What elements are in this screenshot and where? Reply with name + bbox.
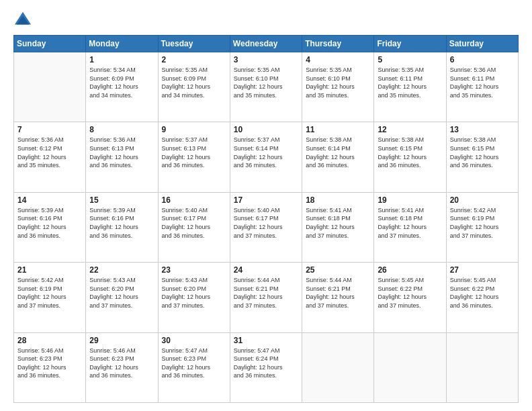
day-info: Sunrise: 5:35 AM Sunset: 6:10 PM Dayligh… bbox=[306, 66, 370, 99]
weekday-header-wednesday: Wednesday bbox=[230, 36, 302, 52]
day-number: 8 bbox=[89, 125, 154, 134]
calendar-cell: 29Sunrise: 5:46 AM Sunset: 6:23 PM Dayli… bbox=[86, 332, 158, 402]
day-info: Sunrise: 5:46 AM Sunset: 6:23 PM Dayligh… bbox=[17, 347, 82, 380]
day-number: 12 bbox=[378, 125, 442, 134]
weekday-header-thursday: Thursday bbox=[302, 36, 374, 52]
calendar-cell bbox=[446, 332, 518, 402]
page: SundayMondayTuesdayWednesdayThursdayFrid… bbox=[0, 0, 532, 411]
day-number: 22 bbox=[89, 265, 154, 275]
day-number: 9 bbox=[162, 125, 226, 134]
day-info: Sunrise: 5:39 AM Sunset: 6:16 PM Dayligh… bbox=[89, 206, 154, 240]
day-number: 16 bbox=[162, 195, 226, 205]
calendar-cell: 31Sunrise: 5:47 AM Sunset: 6:24 PM Dayli… bbox=[230, 332, 302, 402]
calendar-cell: 14Sunrise: 5:39 AM Sunset: 6:16 PM Dayli… bbox=[14, 192, 86, 262]
day-info: Sunrise: 5:34 AM Sunset: 6:09 PM Dayligh… bbox=[89, 66, 154, 99]
day-number: 13 bbox=[450, 125, 515, 134]
logo-icon bbox=[13, 11, 32, 30]
day-number: 5 bbox=[378, 55, 442, 64]
calendar-cell: 17Sunrise: 5:40 AM Sunset: 6:17 PM Dayli… bbox=[230, 192, 302, 262]
day-number: 3 bbox=[234, 55, 298, 64]
calendar-cell bbox=[14, 52, 86, 122]
day-info: Sunrise: 5:35 AM Sunset: 6:10 PM Dayligh… bbox=[234, 66, 298, 99]
day-number: 20 bbox=[450, 195, 515, 205]
day-info: Sunrise: 5:41 AM Sunset: 6:18 PM Dayligh… bbox=[378, 206, 442, 240]
day-number: 27 bbox=[450, 265, 515, 275]
day-info: Sunrise: 5:38 AM Sunset: 6:14 PM Dayligh… bbox=[306, 136, 370, 169]
day-number: 4 bbox=[306, 55, 370, 64]
day-number: 28 bbox=[17, 336, 82, 345]
day-number: 1 bbox=[89, 55, 154, 64]
week-row-4: 21Sunrise: 5:42 AM Sunset: 6:19 PM Dayli… bbox=[14, 263, 519, 332]
day-number: 24 bbox=[234, 265, 298, 275]
day-number: 25 bbox=[306, 265, 370, 275]
calendar-cell: 11Sunrise: 5:38 AM Sunset: 6:14 PM Dayli… bbox=[302, 122, 374, 192]
weekday-header-friday: Friday bbox=[374, 36, 446, 52]
calendar-cell: 7Sunrise: 5:36 AM Sunset: 6:12 PM Daylig… bbox=[14, 122, 86, 192]
calendar-cell: 28Sunrise: 5:46 AM Sunset: 6:23 PM Dayli… bbox=[14, 332, 86, 402]
day-info: Sunrise: 5:42 AM Sunset: 6:19 PM Dayligh… bbox=[450, 206, 515, 240]
calendar-cell: 30Sunrise: 5:47 AM Sunset: 6:23 PM Dayli… bbox=[158, 332, 230, 402]
day-info: Sunrise: 5:44 AM Sunset: 6:21 PM Dayligh… bbox=[234, 276, 298, 310]
day-info: Sunrise: 5:45 AM Sunset: 6:22 PM Dayligh… bbox=[378, 276, 442, 310]
day-number: 15 bbox=[89, 195, 154, 205]
day-number: 18 bbox=[306, 195, 370, 205]
day-info: Sunrise: 5:35 AM Sunset: 6:11 PM Dayligh… bbox=[378, 66, 442, 99]
calendar-cell: 6Sunrise: 5:36 AM Sunset: 6:11 PM Daylig… bbox=[446, 52, 518, 122]
weekday-header-sunday: Sunday bbox=[14, 36, 86, 52]
day-number: 23 bbox=[162, 265, 226, 275]
day-info: Sunrise: 5:37 AM Sunset: 6:13 PM Dayligh… bbox=[162, 136, 226, 169]
day-number: 29 bbox=[89, 336, 154, 345]
calendar-cell: 19Sunrise: 5:41 AM Sunset: 6:18 PM Dayli… bbox=[374, 192, 446, 262]
calendar-cell: 13Sunrise: 5:38 AM Sunset: 6:15 PM Dayli… bbox=[446, 122, 518, 192]
week-row-1: 1Sunrise: 5:34 AM Sunset: 6:09 PM Daylig… bbox=[14, 52, 519, 122]
day-info: Sunrise: 5:39 AM Sunset: 6:16 PM Dayligh… bbox=[17, 206, 82, 240]
calendar-cell: 4Sunrise: 5:35 AM Sunset: 6:10 PM Daylig… bbox=[302, 52, 374, 122]
day-number: 6 bbox=[450, 55, 515, 64]
day-number: 11 bbox=[306, 125, 370, 134]
calendar-cell: 23Sunrise: 5:43 AM Sunset: 6:20 PM Dayli… bbox=[158, 263, 230, 332]
calendar-cell: 8Sunrise: 5:36 AM Sunset: 6:13 PM Daylig… bbox=[86, 122, 158, 192]
day-info: Sunrise: 5:38 AM Sunset: 6:15 PM Dayligh… bbox=[450, 136, 515, 169]
calendar-cell: 24Sunrise: 5:44 AM Sunset: 6:21 PM Dayli… bbox=[230, 263, 302, 332]
day-info: Sunrise: 5:40 AM Sunset: 6:17 PM Dayligh… bbox=[234, 206, 298, 240]
logo bbox=[13, 11, 35, 30]
calendar-cell: 18Sunrise: 5:41 AM Sunset: 6:18 PM Dayli… bbox=[302, 192, 374, 262]
day-number: 2 bbox=[162, 55, 226, 64]
day-info: Sunrise: 5:36 AM Sunset: 6:13 PM Dayligh… bbox=[89, 136, 154, 169]
day-number: 31 bbox=[234, 336, 298, 345]
day-info: Sunrise: 5:35 AM Sunset: 6:09 PM Dayligh… bbox=[162, 66, 226, 99]
day-info: Sunrise: 5:36 AM Sunset: 6:11 PM Dayligh… bbox=[450, 66, 515, 99]
weekday-header-row: SundayMondayTuesdayWednesdayThursdayFrid… bbox=[14, 36, 519, 52]
weekday-header-saturday: Saturday bbox=[446, 36, 518, 52]
calendar-cell bbox=[302, 332, 374, 402]
calendar-cell: 3Sunrise: 5:35 AM Sunset: 6:10 PM Daylig… bbox=[230, 52, 302, 122]
calendar-cell: 16Sunrise: 5:40 AM Sunset: 6:17 PM Dayli… bbox=[158, 192, 230, 262]
calendar-cell bbox=[374, 332, 446, 402]
calendar-cell: 22Sunrise: 5:43 AM Sunset: 6:20 PM Dayli… bbox=[86, 263, 158, 332]
calendar-cell: 5Sunrise: 5:35 AM Sunset: 6:11 PM Daylig… bbox=[374, 52, 446, 122]
day-number: 7 bbox=[17, 125, 82, 134]
day-info: Sunrise: 5:42 AM Sunset: 6:19 PM Dayligh… bbox=[17, 276, 82, 310]
calendar-cell: 27Sunrise: 5:45 AM Sunset: 6:22 PM Dayli… bbox=[446, 263, 518, 332]
header bbox=[13, 11, 519, 30]
day-info: Sunrise: 5:47 AM Sunset: 6:24 PM Dayligh… bbox=[234, 347, 298, 380]
calendar-cell: 26Sunrise: 5:45 AM Sunset: 6:22 PM Dayli… bbox=[374, 263, 446, 332]
calendar: SundayMondayTuesdayWednesdayThursdayFrid… bbox=[13, 35, 519, 403]
day-info: Sunrise: 5:40 AM Sunset: 6:17 PM Dayligh… bbox=[162, 206, 226, 240]
day-info: Sunrise: 5:44 AM Sunset: 6:21 PM Dayligh… bbox=[306, 276, 370, 310]
weekday-header-monday: Monday bbox=[86, 36, 158, 52]
day-number: 14 bbox=[17, 195, 82, 205]
day-number: 30 bbox=[162, 336, 226, 345]
day-number: 26 bbox=[378, 265, 442, 275]
week-row-5: 28Sunrise: 5:46 AM Sunset: 6:23 PM Dayli… bbox=[14, 332, 519, 402]
calendar-cell: 2Sunrise: 5:35 AM Sunset: 6:09 PM Daylig… bbox=[158, 52, 230, 122]
day-info: Sunrise: 5:43 AM Sunset: 6:20 PM Dayligh… bbox=[89, 276, 154, 310]
week-row-2: 7Sunrise: 5:36 AM Sunset: 6:12 PM Daylig… bbox=[14, 122, 519, 192]
day-number: 17 bbox=[234, 195, 298, 205]
calendar-cell: 20Sunrise: 5:42 AM Sunset: 6:19 PM Dayli… bbox=[446, 192, 518, 262]
calendar-cell: 12Sunrise: 5:38 AM Sunset: 6:15 PM Dayli… bbox=[374, 122, 446, 192]
day-info: Sunrise: 5:38 AM Sunset: 6:15 PM Dayligh… bbox=[378, 136, 442, 169]
day-info: Sunrise: 5:37 AM Sunset: 6:14 PM Dayligh… bbox=[234, 136, 298, 169]
calendar-cell: 9Sunrise: 5:37 AM Sunset: 6:13 PM Daylig… bbox=[158, 122, 230, 192]
day-info: Sunrise: 5:47 AM Sunset: 6:23 PM Dayligh… bbox=[162, 347, 226, 380]
